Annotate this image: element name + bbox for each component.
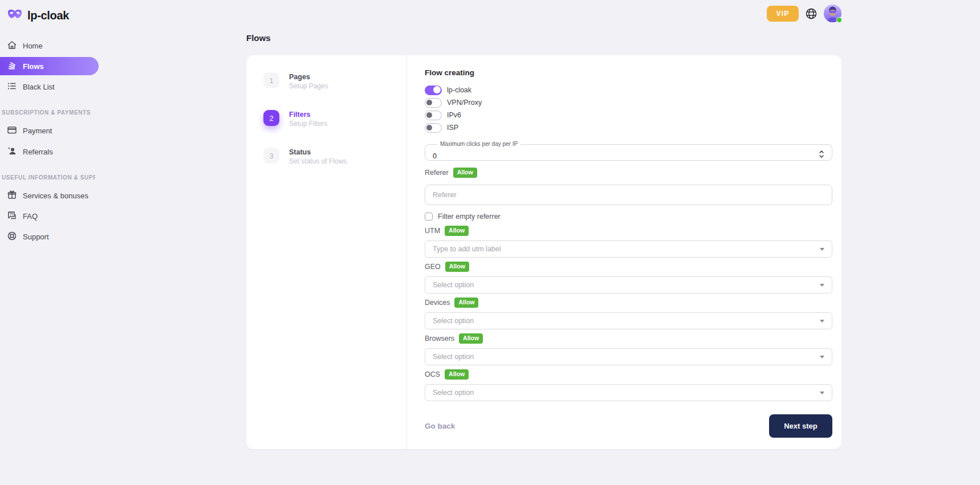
toggle-row-isp: ISP — [425, 123, 832, 133]
sidebar-item-label: Services & bonuses — [23, 191, 88, 200]
sidebar-item-flows[interactable]: Flows — [0, 57, 99, 75]
utm-placeholder: Type to add utm label — [433, 245, 501, 253]
geo-select[interactable]: Select option — [425, 276, 832, 294]
step-title: Status — [289, 148, 347, 157]
step-number: 1 — [263, 72, 279, 88]
ocs-select[interactable]: Select option — [425, 384, 832, 401]
step-filters[interactable]: 2 Filters Setup Filters — [263, 110, 406, 128]
step-pages[interactable]: 1 Pages Setup Pages — [263, 72, 406, 91]
filter-empty-referrer-checkbox[interactable] — [425, 213, 433, 221]
faq-bubble-icon: ?! — [7, 210, 17, 222]
main-content: Flows 1 Pages Setup Pages 2 Filters Setu… — [246, 0, 841, 449]
ipv6-toggle[interactable] — [425, 111, 442, 120]
max-clicks-label: Maximum clicks per day per IP — [437, 141, 521, 147]
toggle-label: VPN/Proxy — [447, 99, 482, 107]
sidebar-item-faq[interactable]: ?! FAQ — [0, 207, 99, 225]
ocs-label-row: OCS Allow — [425, 369, 832, 380]
referer-label: Referer — [425, 169, 449, 177]
step-number: 2 — [263, 110, 279, 126]
toggle-row-ipv6: IPv6 — [425, 110, 832, 120]
flows-stack-icon — [7, 60, 17, 72]
sidebar-item-label: Referrals — [23, 148, 53, 156]
toggle-row-lp-cloak: lp-cloak — [425, 85, 832, 95]
browsers-label: Browsers — [425, 335, 454, 343]
chevron-down-icon — [820, 284, 824, 287]
chevron-down-icon — [820, 320, 824, 323]
utm-allow-badge[interactable]: Allow — [445, 226, 469, 236]
utm-label: UTM — [425, 227, 440, 235]
utm-select[interactable]: Type to add utm label — [425, 241, 832, 258]
devices-label: Devices — [425, 299, 450, 307]
referer-label-row: Referer Allow — [425, 167, 832, 178]
sidebar-item-services[interactable]: Services & bonuses — [0, 186, 99, 205]
mask-icon — [7, 8, 23, 23]
sidebar-item-referrals[interactable]: Referrals — [0, 142, 99, 161]
sidebar-item-label: Payment — [23, 127, 52, 135]
toggle-label: ISP — [447, 124, 458, 132]
form-title: Flow creating — [425, 68, 832, 77]
devices-select[interactable]: Select option — [425, 312, 832, 329]
devices-allow-badge[interactable]: Allow — [454, 297, 478, 308]
browsers-allow-badge[interactable]: Allow — [459, 333, 483, 344]
geo-label: GEO — [425, 263, 441, 271]
geo-allow-badge[interactable]: Allow — [445, 262, 469, 272]
step-subtitle: Setup Pages — [289, 81, 328, 91]
step-status[interactable]: 3 Status Set status of Flows — [263, 148, 406, 166]
referer-allow-badge[interactable]: Allow — [453, 168, 477, 178]
step-number: 3 — [263, 148, 279, 164]
list-icon — [7, 81, 17, 93]
toggle-knob — [426, 112, 432, 118]
sidebar-item-label: Support — [23, 233, 49, 241]
form-footer: Go back Next step — [425, 414, 832, 438]
toggle-knob — [426, 100, 432, 105]
toggle-label: lp-cloak — [447, 86, 471, 94]
sidebar-section-payments: SUBSCRIPTION & PAYMENTS — [2, 109, 95, 116]
step-subtitle: Setup Filters — [289, 119, 327, 128]
utm-label-row: UTM Allow — [425, 225, 832, 237]
toggle-row-vpn-proxy: VPN/Proxy — [425, 97, 832, 108]
chevron-down-icon — [820, 392, 824, 394]
ocs-allow-badge[interactable]: Allow — [445, 369, 469, 380]
sidebar: lp-cloak Home Flows — [0, 0, 99, 485]
sidebar-item-payment[interactable]: Payment — [0, 121, 99, 140]
step-subtitle: Set status of Flows — [289, 157, 347, 166]
sidebar-item-label: Home — [23, 42, 43, 50]
home-icon — [7, 40, 17, 52]
chevron-down-icon — [820, 248, 824, 251]
brand-name: lp-cloak — [27, 9, 69, 22]
number-stepper-icon[interactable] — [818, 149, 825, 161]
brand-logo[interactable]: lp-cloak — [7, 7, 99, 24]
chevron-down-icon — [820, 356, 824, 358]
geo-label-row: GEO Allow — [425, 261, 832, 272]
max-clicks-input[interactable] — [433, 150, 819, 162]
sidebar-item-label: Black List — [23, 83, 55, 91]
svg-text:?!: ?! — [10, 212, 14, 216]
referer-input[interactable] — [425, 185, 832, 205]
referral-user-icon — [7, 146, 17, 158]
filters-form: Flow creating lp-cloak VPN/Proxy IPv6 IS… — [407, 55, 841, 449]
credit-card-icon — [7, 125, 17, 137]
step-title: Pages — [289, 72, 328, 81]
toggle-knob — [433, 86, 441, 93]
lifebuoy-icon — [7, 231, 17, 243]
isp-toggle[interactable] — [425, 123, 442, 133]
max-clicks-field: Maximum clicks per day per IP — [425, 141, 832, 161]
toggle-label: IPv6 — [447, 111, 461, 119]
browsers-select[interactable]: Select option — [425, 348, 832, 365]
next-step-button[interactable]: Next step — [769, 414, 832, 438]
ocs-label: OCS — [425, 370, 440, 378]
lp-cloak-toggle[interactable] — [425, 85, 442, 95]
vpn-proxy-toggle[interactable] — [425, 98, 442, 108]
devices-label-row: Devices Allow — [425, 297, 832, 308]
sidebar-item-support[interactable]: Support — [0, 227, 99, 246]
sidebar-item-home[interactable]: Home — [0, 36, 99, 55]
filter-empty-referrer-row[interactable]: Filter empty referrer — [425, 211, 832, 222]
step-title: Filters — [289, 110, 327, 119]
sidebar-nav: Home Flows Black List SUBSCRIPTION & PAY… — [0, 36, 99, 246]
go-back-button[interactable]: Go back — [425, 422, 455, 430]
devices-placeholder: Select option — [433, 317, 474, 325]
sidebar-section-support: USEFUL INFORMATION & SUPPORT — [2, 174, 95, 181]
sidebar-item-label: FAQ — [23, 212, 38, 221]
sidebar-item-black-list[interactable]: Black List — [0, 78, 99, 96]
browsers-label-row: Browsers Allow — [425, 333, 832, 344]
